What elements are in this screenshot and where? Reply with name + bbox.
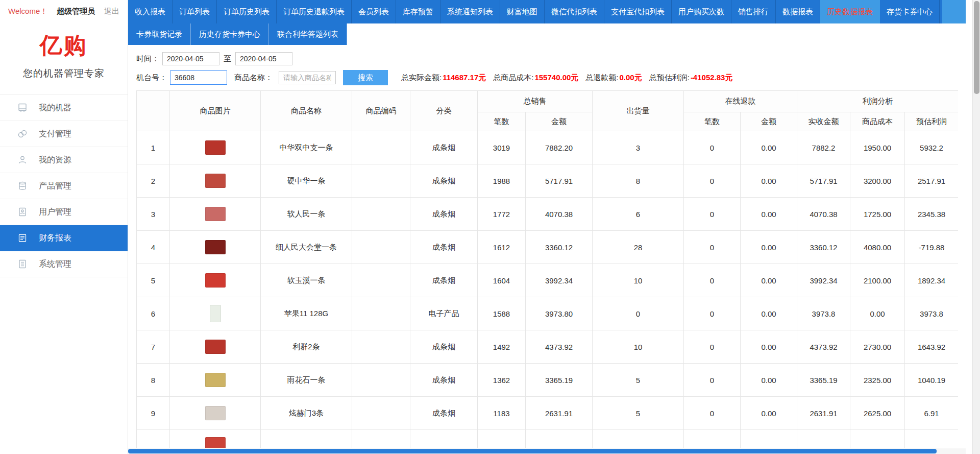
tab-unilever-quiz-list[interactable]: 联合利华答题列表 xyxy=(269,23,347,45)
table-row: 4 细人民大会堂一条 成条烟 1612 3360.12 28 0 0.00 33… xyxy=(137,231,959,264)
tab-system-notices[interactable]: 系统通知列表 xyxy=(440,0,500,23)
cell-cost: 2625.00 xyxy=(850,397,905,430)
summary-totals: 总实际金额:114687.17元 总商品成本:155740.00元 总退款额:0… xyxy=(401,73,740,83)
tab-history-data-report[interactable]: 历史数据报表 xyxy=(820,0,880,23)
product-image xyxy=(205,174,226,188)
sidebar-menu: 我的机器 支付管理 我的资源 产品管理 用户管理 财务报表 系统管理 xyxy=(0,94,128,277)
header-sales-amount: 金额 xyxy=(526,112,593,131)
cell-sales-count: 1183 xyxy=(478,397,526,430)
tab-alipay-withhold[interactable]: 支付宝代扣列表 xyxy=(604,0,672,23)
header-product-code: 商品编码 xyxy=(352,91,410,131)
cell-received: 3973.8 xyxy=(797,297,850,330)
tab-order-list[interactable]: 订单列表 xyxy=(173,0,217,23)
cell-code xyxy=(352,164,410,198)
cell-refund-amount: 0.00 xyxy=(741,164,797,198)
cell-code xyxy=(352,397,410,430)
cell-profit: 1040.19 xyxy=(905,364,959,397)
cell-image xyxy=(170,164,261,198)
report-table-wrap: 商品图片 商品名称 商品编码 分类 总销售 出货量 在线退款 利润分析 笔数 金… xyxy=(136,90,958,448)
product-image xyxy=(205,140,226,155)
header-profit-analysis: 利润分析 xyxy=(797,91,959,112)
cell-code xyxy=(352,131,410,164)
tab-order-history[interactable]: 订单历史列表 xyxy=(217,0,277,23)
cell-sales-amount: 2631.91 xyxy=(526,397,593,430)
cell-refund-amount: 0.00 xyxy=(741,397,797,430)
search-button[interactable]: 搜索 xyxy=(343,70,388,85)
tab-coupon-pickup-records[interactable]: 卡券取货记录 xyxy=(128,23,191,45)
tab-data-report[interactable]: 数据报表 xyxy=(776,0,820,23)
cell-profit: 1892.34 xyxy=(905,264,959,297)
cell-name: 苹果11 128G xyxy=(261,297,352,330)
tab-order-history-refunds[interactable]: 订单历史退款列表 xyxy=(277,0,352,23)
sidebar-item-payment[interactable]: 支付管理 xyxy=(0,121,128,147)
cell-received: 5717.91 xyxy=(797,164,850,198)
nav-more-button[interactable] xyxy=(942,0,966,23)
cell-cost: 0.00 xyxy=(850,297,905,330)
cell-sales-count: 1604 xyxy=(478,264,526,297)
cell-cost: 3200.00 xyxy=(850,164,905,198)
tab-stock-warning[interactable]: 库存预警 xyxy=(396,0,440,23)
report-table: 商品图片 商品名称 商品编码 分类 总销售 出货量 在线退款 利润分析 笔数 金… xyxy=(136,90,958,448)
cell-refund-amount: 0.00 xyxy=(741,231,797,264)
sidebar-item-users[interactable]: 用户管理 xyxy=(0,199,128,225)
date-to-input[interactable] xyxy=(235,52,292,65)
sidebar-item-label: 用户管理 xyxy=(39,207,71,218)
date-from-input[interactable] xyxy=(162,52,219,65)
sidebar-item-resources[interactable]: 我的资源 xyxy=(0,147,128,173)
tab-wechat-withhold[interactable]: 微信代扣列表 xyxy=(545,0,604,23)
to-label: 至 xyxy=(224,54,231,64)
table-row: 7 利群2条 成条烟 1492 4373.92 10 0 0.00 4373.9… xyxy=(137,330,959,364)
cell-received: 4070.38 xyxy=(797,198,850,231)
brand-tagline: 您的机器管理专家 xyxy=(0,67,128,80)
vertical-scrollbar-thumb[interactable] xyxy=(974,1,979,94)
cell-code xyxy=(352,330,410,364)
cell-sales-amount: 3992.34 xyxy=(526,264,593,297)
product-name-input[interactable] xyxy=(279,71,336,84)
product-image xyxy=(205,406,226,420)
brand-logo: 亿购 xyxy=(0,31,128,61)
cell-category: 成条烟 xyxy=(410,330,478,364)
cell-profit: 2345.38 xyxy=(905,198,959,231)
logout-link[interactable]: 退出 xyxy=(104,7,119,16)
cell-image xyxy=(170,131,261,164)
top-nav-row1: 收入报表 订单列表 订单历史列表 订单历史退款列表 会员列表 库存预警 系统通知… xyxy=(128,0,966,23)
tab-sales-ranking[interactable]: 销售排行 xyxy=(731,0,776,23)
horizontal-scrollbar-thumb[interactable] xyxy=(128,449,937,453)
cell-code xyxy=(352,364,410,397)
cell-index: 6 xyxy=(137,297,170,330)
cell-cost: 4080.00 xyxy=(850,231,905,264)
tab-history-stock-coupon-center[interactable]: 历史存货卡券中心 xyxy=(191,23,269,45)
header-online-refund: 在线退款 xyxy=(684,91,797,112)
tab-wealth-map[interactable]: 财富地图 xyxy=(500,0,545,23)
table-row: 2 硬中华一条 成条烟 1988 5717.91 8 0 0.00 5717.9… xyxy=(137,164,959,198)
table-row-partial xyxy=(137,430,959,448)
sidebar-item-system[interactable]: 系统管理 xyxy=(0,251,128,277)
tab-user-purchase-count[interactable]: 用户购买次数 xyxy=(672,0,731,23)
cell-shipment: 5 xyxy=(593,364,684,397)
sidebar-item-finance-reports[interactable]: 财务报表 xyxy=(0,225,128,251)
sidebar-item-products[interactable]: 产品管理 xyxy=(0,173,128,199)
cell-name: 利群2条 xyxy=(261,330,352,364)
table-row: 6 苹果11 128G 电子产品 1588 3973.80 0 0 0.00 3… xyxy=(137,297,959,330)
cell-image xyxy=(170,198,261,231)
cell-sales-amount: 3973.80 xyxy=(526,297,593,330)
cell-refund-count: 0 xyxy=(684,364,741,397)
cell-code xyxy=(352,231,410,264)
tab-member-list[interactable]: 会员列表 xyxy=(352,0,396,23)
sidebar-item-my-machines[interactable]: 我的机器 xyxy=(0,95,128,121)
cell-sales-amount: 4373.92 xyxy=(526,330,593,364)
sidebar-top-bar: Welcome！ 超级管理员 退出 xyxy=(0,0,128,22)
tab-stock-coupon-center[interactable]: 存货卡券中心 xyxy=(880,0,940,23)
header-index xyxy=(137,91,170,131)
cell-refund-amount: 0.00 xyxy=(741,131,797,164)
tab-income-report[interactable]: 收入报表 xyxy=(128,0,173,23)
cell-cost: 1950.00 xyxy=(850,131,905,164)
sidebar-item-label: 我的资源 xyxy=(39,155,71,165)
cell-refund-count: 0 xyxy=(684,231,741,264)
product-name-label: 商品名称： xyxy=(234,73,273,83)
sidebar: Welcome！ 超级管理员 退出 亿购 您的机器管理专家 我的机器 支付管理 … xyxy=(0,0,128,454)
cell-sales-count: 1772 xyxy=(478,198,526,231)
header-category: 分类 xyxy=(410,91,478,131)
machine-number-input[interactable] xyxy=(170,70,227,85)
cell-shipment: 0 xyxy=(593,297,684,330)
